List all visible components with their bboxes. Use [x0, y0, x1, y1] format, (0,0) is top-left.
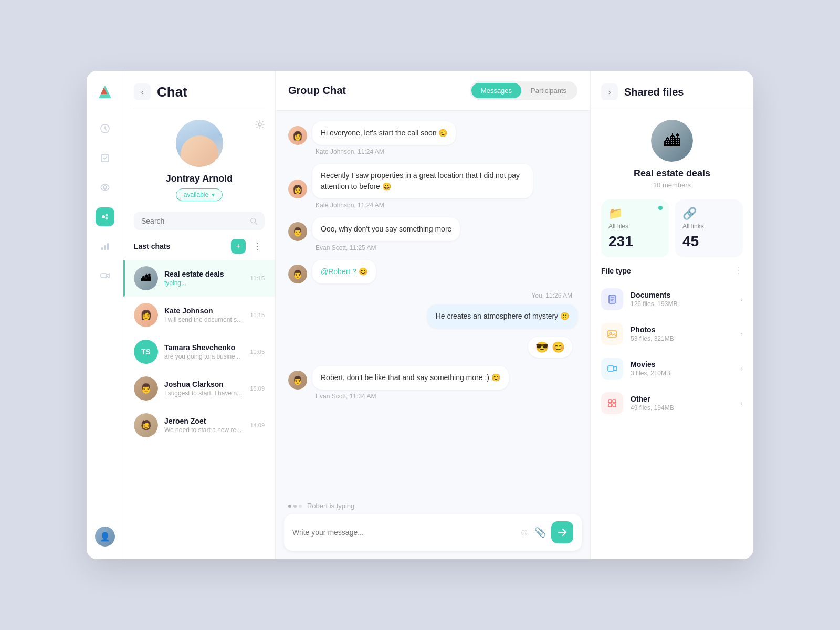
file-type-documents[interactable]: Documents 126 files, 193MB › [591, 282, 753, 317]
all-files-card[interactable]: 📁 All files 231 [601, 200, 669, 257]
file-name-photos: Photos [631, 326, 733, 334]
message-group-7: 👨 Robert, don't be like that and say som… [288, 366, 578, 400]
svg-rect-10 [104, 245, 106, 250]
file-meta-documents: 126 files, 193MB [631, 300, 733, 308]
main-chat: Group Chat Messages Participants 👩 Hi ev… [276, 71, 591, 559]
search-icon [250, 217, 257, 225]
tab-messages[interactable]: Messages [471, 83, 521, 98]
chat-time: 11:15 [250, 275, 265, 281]
group-members: 10 members [653, 181, 691, 189]
message-group-4: 👨 @Robert ? 😊 [288, 260, 578, 284]
message-bubble-2: Recently I saw properties in a great loc… [312, 164, 533, 198]
files-dot [658, 206, 663, 210]
settings-icon[interactable] [255, 120, 265, 131]
message-bubble-1: Hi everyone, let's start the call soon 😊 [312, 121, 456, 145]
send-button[interactable] [551, 521, 573, 543]
other-icon [601, 392, 623, 414]
movie-icon [601, 358, 623, 380]
chat-name-joshua: Joshua Clarkson [164, 380, 244, 388]
chat-time-jeroen: 14.09 [250, 422, 265, 428]
chat-info-joshua: Joshua Clarkson I suggest to start, I ha… [164, 380, 244, 397]
chat-input-area: ☺ 📎 [284, 514, 582, 551]
right-panel-title: Shared files [624, 86, 684, 98]
input-actions: ☺ 📎 [520, 521, 573, 543]
file-details-other: Other 49 files, 194MB [631, 395, 733, 412]
more-options-button[interactable]: ⋮ [250, 239, 265, 254]
file-meta-movies: 3 files, 210MB [631, 370, 733, 377]
svg-line-15 [255, 223, 257, 225]
file-type-other[interactable]: Other 49 files, 194MB › [591, 386, 753, 421]
file-meta-photos: 53 files, 321MB [631, 335, 733, 342]
group-info: 🏙 Real estate deals 10 members [591, 109, 753, 200]
message-row-2: 👩 Recently I saw properties in a great l… [288, 164, 578, 198]
nav-icon-video[interactable] [96, 266, 114, 285]
message-bubble-3: Ooo, why don't you say something more [312, 217, 460, 241]
user-avatar-nav[interactable]: 👤 [95, 527, 115, 547]
all-links-label: All links [682, 223, 736, 230]
right-panel-header: › Shared files [591, 71, 753, 109]
app-logo[interactable] [96, 83, 114, 102]
chat-time-kate: 11:15 [250, 312, 265, 318]
nav-icon-tasks[interactable] [96, 149, 114, 167]
file-type-photos[interactable]: Photos 53 files, 321MB › [591, 317, 753, 351]
file-chevron-documents: › [740, 295, 743, 303]
chat-item-real-estate[interactable]: 🏙 Real estate deals typing... 11:15 [123, 260, 275, 297]
chat-info-jeroen: Jeroen Zoet We need to start a new re... [164, 417, 244, 434]
svg-rect-9 [101, 247, 103, 250]
chat-info-real-estate: Real estate deals typing... [164, 270, 244, 287]
message-sender-3: Evan Scott, 11:25 AM [288, 244, 578, 251]
attachment-icon[interactable]: 📎 [534, 527, 546, 538]
svg-rect-11 [107, 243, 109, 250]
all-files-count: 231 [608, 233, 662, 250]
nav-icon-history[interactable] [96, 119, 114, 138]
file-type-more[interactable]: ⋮ [734, 266, 743, 276]
svg-point-7 [105, 214, 108, 217]
chat-preview: typing... [164, 279, 244, 287]
expand-button[interactable]: › [601, 83, 618, 100]
file-type-movies[interactable]: Movies 3 files, 210MB › [591, 351, 753, 386]
tab-participants[interactable]: Participants [521, 83, 576, 98]
message-bubble-mention: @Robert ? 😊 [312, 260, 376, 284]
message-group-5: You, 11:26 AM He creates an atmosphere o… [288, 292, 578, 328]
back-button[interactable]: ‹ [134, 83, 151, 100]
chat-time-tamara: 10:05 [250, 349, 265, 355]
chat-item-jeroen[interactable]: 🧔 Jeroen Zoet We need to start a new re.… [123, 407, 275, 444]
all-files-label: All files [608, 223, 662, 230]
nav-icon-chat[interactable] [96, 207, 114, 226]
emoji-icon[interactable]: ☺ [520, 527, 529, 538]
search-input[interactable] [141, 217, 246, 225]
chat-item-joshua[interactable]: 👨 Joshua Clarkson I suggest to start, I … [123, 370, 275, 407]
file-type-list: Documents 126 files, 193MB › Photos 53 f… [591, 282, 753, 421]
file-details-movies: Movies 3 files, 210MB [631, 360, 733, 377]
search-bar[interactable] [134, 212, 265, 230]
chat-preview-kate: I will send the document s... [164, 316, 244, 323]
messages-area: 👩 Hi everyone, let's start the call soon… [276, 111, 590, 502]
chat-name: Real estate deals [164, 270, 244, 278]
chat-preview-joshua: I suggest to start, I have n... [164, 390, 244, 397]
message-group-3: 👨 Ooo, why don't you say something more … [288, 217, 578, 251]
all-links-card[interactable]: 🔗 All links 45 [675, 200, 743, 257]
status-badge[interactable]: available ▾ [176, 188, 223, 201]
chat-item-tamara[interactable]: TS Tamara Shevchenko are you going to a … [123, 333, 275, 370]
svg-point-6 [102, 215, 105, 218]
last-chats-actions: + ⋮ [231, 239, 265, 254]
chat-avatar-jeroen: 🧔 [134, 413, 158, 437]
chat-title: Group Chat [288, 85, 346, 97]
nav-icon-chart[interactable] [96, 237, 114, 256]
svg-rect-21 [608, 331, 616, 337]
nav-icon-view[interactable] [96, 178, 114, 197]
chat-header: Group Chat Messages Participants [276, 71, 590, 111]
chat-item-kate[interactable]: 👩 Kate Johnson I will send the document … [123, 297, 275, 333]
right-panel: › Shared files 🏙 Real estate deals 10 me… [591, 71, 753, 559]
app-container: 👤 ‹ Chat Jontray Arnold available ▾ [87, 71, 753, 559]
message-sender-1: Kate Johnson, 11:24 AM [288, 148, 578, 155]
nav-icons [96, 119, 114, 527]
status-text: available [184, 191, 208, 198]
new-chat-button[interactable]: + [231, 239, 246, 254]
online-status-dot [215, 159, 221, 165]
svg-rect-12 [101, 274, 107, 278]
last-chats-header: Last chats + ⋮ [123, 239, 275, 260]
message-avatar-evan: 👨 [288, 222, 307, 241]
file-details-photos: Photos 53 files, 321MB [631, 326, 733, 342]
message-input[interactable] [292, 528, 513, 537]
